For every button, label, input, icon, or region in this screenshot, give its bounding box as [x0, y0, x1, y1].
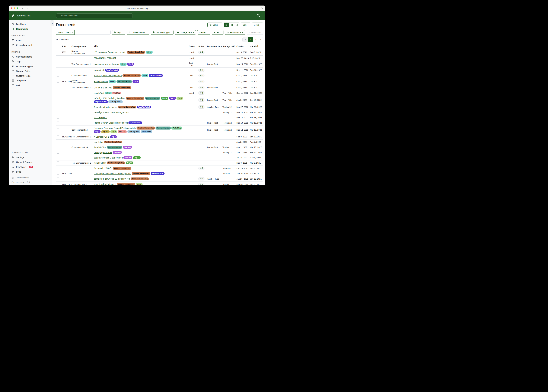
notes-badge[interactable]: 1: [198, 69, 204, 72]
tag-pill[interactable]: TagWithPartial: [149, 74, 163, 77]
document-link[interactable]: 2011 BP Pie 2: [94, 116, 107, 119]
document-link[interactable]: A Sample PDF 2: [94, 136, 109, 138]
sidebar-item-templates[interactable]: Templates: [9, 78, 52, 83]
tag-pill[interactable]: Tag 2: [132, 80, 139, 83]
sidebar-collapse-button[interactable]: «: [50, 21, 54, 26]
filter-field-button[interactable]: Title & content: [56, 30, 75, 35]
view-cards-button[interactable]: [234, 23, 239, 27]
document-link[interactable]: sample-pdf-with-images: [94, 183, 116, 185]
sidebar-item-correspondents[interactable]: Correspondents: [9, 54, 52, 59]
tag-pill[interactable]: Test Tag New: [127, 130, 140, 133]
filter-document-type-button[interactable]: Document type: [151, 30, 174, 35]
notes-badge[interactable]: 4: [198, 183, 204, 185]
tag-pill[interactable]: Test Tag New 2: [108, 100, 123, 103]
brand[interactable]: Paperless-ngx: [11, 14, 30, 17]
tag-pill[interactable]: Another Sample Tag: [113, 167, 131, 170]
notes-badge[interactable]: 1: [198, 177, 204, 181]
row-checkbox[interactable]: [57, 106, 59, 108]
tag-pill[interactable]: Inbox: [120, 63, 127, 65]
row-checkbox[interactable]: [57, 172, 59, 175]
sidebar-item-storage-paths[interactable]: Storage Paths: [9, 69, 52, 73]
documentation-link[interactable]: Documentation: [12, 176, 49, 179]
tag-pill[interactable]: Inbox: [146, 51, 152, 54]
filter-permissions-button[interactable]: Permissions: [225, 30, 245, 35]
filter-storage-path-button[interactable]: Storage path: [175, 30, 196, 35]
sidebar-item-file-tasks[interactable]: File Tasks16: [9, 164, 52, 169]
tag-pill[interactable]: NewOne: [113, 151, 122, 154]
document-link[interactable]: drylab Test: [94, 92, 104, 94]
tag-pill[interactable]: Another Sample Tag: [113, 86, 131, 89]
tag-pill[interactable]: Tag 12: [126, 161, 133, 164]
tag-pill[interactable]: Just another tag: [116, 80, 132, 83]
zoom-button[interactable]: [17, 7, 18, 9]
row-checkbox[interactable]: [57, 156, 59, 159]
notes-badge[interactable]: 2: [198, 51, 204, 54]
row-checkbox[interactable]: [57, 135, 59, 138]
document-link[interactable]: ReadMe Test: [94, 146, 106, 148]
sidebar-item-document-types[interactable]: #Document Types: [9, 64, 52, 69]
row-checkbox[interactable]: [57, 86, 59, 89]
tag-pill[interactable]: Another Sample Tag: [130, 177, 149, 180]
document-link[interactable]: sample-pdf-download-10-mb copy_red: [94, 178, 130, 180]
tag-pill[interactable]: Another Sample Tag: [137, 126, 155, 129]
row-checkbox[interactable]: [57, 98, 59, 101]
row-checkbox[interactable]: [57, 161, 59, 164]
sidebar-item-tags[interactable]: Tags: [9, 59, 52, 64]
row-checkbox[interactable]: [57, 121, 59, 124]
minimize-button[interactable]: [14, 7, 15, 9]
tag-pill[interactable]: Tag 12: [161, 97, 168, 100]
row-checkbox[interactable]: [57, 140, 59, 143]
document-link[interactable]: test_letter: [94, 141, 103, 143]
row-checkbox[interactable]: [57, 151, 59, 154]
sidebar-item-mail[interactable]: Mail: [9, 83, 52, 88]
document-link[interactable]: Sonstige ScanPC2022 03-24_081058: [94, 111, 129, 113]
column-header-title[interactable]: Title: [93, 44, 188, 49]
tag-pill[interactable]: TagWithPartial: [151, 172, 165, 175]
document-link[interactable]: file-sample_150kBs: [94, 167, 112, 169]
document-link[interactable]: Sample100.csv: [94, 80, 108, 83]
back-icon[interactable]: [22, 7, 24, 10]
tag-pill[interactable]: Inbox: [105, 91, 111, 94]
tag-pill[interactable]: NewOne: [123, 156, 132, 159]
tag-pill[interactable]: Partial Tag: [171, 126, 182, 129]
document-link[interactable]: sample-pdf-download-10-mb-longer-title: [94, 172, 131, 175]
tag-pill[interactable]: Tag 2: [169, 97, 176, 100]
document-link[interactable]: H7_Napoleon_Bonaparte_zadanie: [94, 51, 126, 53]
column-header-correspondent[interactable]: Correspondent: [71, 44, 93, 49]
document-link[interactable]: French Country Bread Revised.docx: [94, 122, 128, 124]
notes-badge[interactable]: 6: [198, 98, 204, 102]
tag-pill[interactable]: Inbox: [109, 80, 116, 83]
tag-pill[interactable]: Another Sample Tag: [107, 161, 125, 164]
tag-pill[interactable]: Tag 222: [101, 130, 110, 133]
tag-pill[interactable]: Tag 3: [110, 130, 117, 133]
pagination-page-1[interactable]: 1: [248, 37, 253, 42]
document-link[interactable]: InDesign 2022 Scripting Read Me: [94, 97, 125, 99]
sidebar-item-custom-fields[interactable]: Custom Fields: [9, 73, 52, 78]
tag-pill[interactable]: Another Sample Tag: [127, 51, 145, 54]
notes-badge[interactable]: 1: [198, 80, 204, 83]
tag-pill[interactable]: Another Sample Tag: [104, 140, 122, 143]
tag-pill[interactable]: Just another tag: [145, 97, 160, 100]
filter-added-button[interactable]: Added: [212, 30, 224, 35]
filter-created-button[interactable]: Created: [197, 30, 210, 35]
notes-badge[interactable]: 1: [198, 105, 204, 109]
document-link[interactable]: 0004814539_20230531: [94, 57, 116, 59]
tag-pill[interactable]: Tag 12: [133, 156, 141, 159]
user-menu[interactable]: [257, 14, 262, 17]
row-checkbox[interactable]: [57, 74, 59, 77]
document-link[interactable]: Review-of-New-York-Federal-Petitions-art…: [94, 127, 136, 129]
tag-pill[interactable]: Another Sample Tag: [132, 172, 150, 175]
tag-pill[interactable]: Another Sample Tag: [123, 74, 141, 77]
view-grid-button[interactable]: [229, 23, 234, 27]
pagination-previous[interactable]: «: [243, 37, 248, 42]
tag-pill[interactable]: Test Tag: [112, 91, 121, 94]
tag-pill[interactable]: NewOne: [123, 146, 132, 149]
column-header-document-type[interactable]: Document type: [206, 44, 222, 49]
share-icon[interactable]: [260, 7, 263, 10]
filter-correspondent-button[interactable]: Correspondent: [127, 30, 149, 35]
sidebar-item-dashboard[interactable]: Dashboard: [9, 22, 52, 27]
tag-pill[interactable]: Another Sample Tag: [118, 106, 136, 108]
notes-badge[interactable]: 4: [198, 86, 204, 89]
row-checkbox[interactable]: [57, 167, 59, 169]
sidebar-item-logs[interactable]: Logs: [9, 169, 52, 174]
